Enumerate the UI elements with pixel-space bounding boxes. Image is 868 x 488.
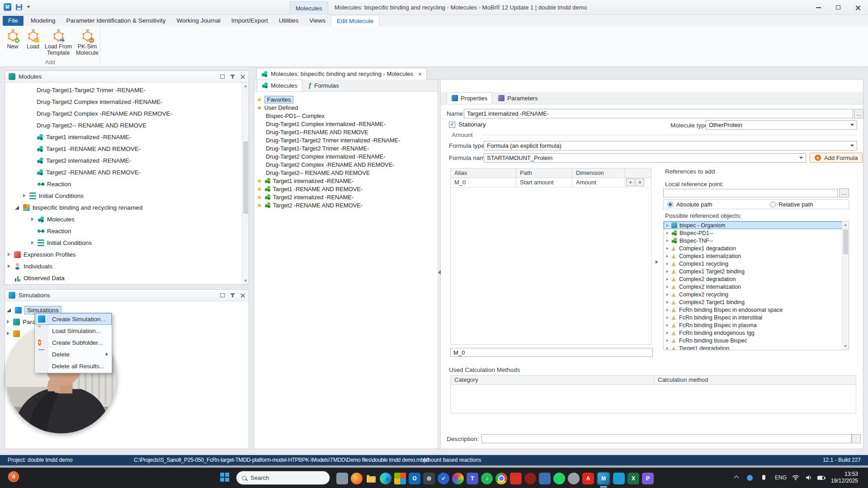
scroll-up-icon[interactable] <box>244 85 247 87</box>
ref-tree-item[interactable]: FcRn binding Bispec in endosomal space <box>664 306 849 314</box>
list-item-favorite-molecule[interactable]: ★Target2 internalized -RENAME- <box>254 193 438 201</box>
ref-tree-item[interactable]: Complex2 degradation <box>664 275 849 283</box>
taskbar-icon-darkred-app[interactable] <box>524 473 536 484</box>
list-item[interactable]: Drug-Target2 Complex internalized -RENAM… <box>254 152 438 160</box>
scroll-down-icon[interactable] <box>844 345 847 347</box>
expander-expanded-icon[interactable] <box>15 206 19 210</box>
expander-icon[interactable] <box>666 324 669 327</box>
list-item[interactable]: Drug-Target2 Complex -RENAME AND REMOVE- <box>254 160 438 169</box>
expander-icon[interactable] <box>666 239 669 242</box>
list-item[interactable]: Drug-Target1-Target2 Trimer internalized… <box>254 136 438 144</box>
expander-icon[interactable] <box>31 217 34 221</box>
tree-item-molecule[interactable]: Target1 internalized -RENAME- <box>5 131 249 143</box>
tree-item-molecules-folder[interactable]: Molecules <box>5 213 249 225</box>
tree-item-observed-data[interactable]: Observed Data <box>5 272 249 284</box>
expander-icon[interactable] <box>666 224 669 227</box>
list-item[interactable]: Drug-Target2-- RENAME AND REMOVE <box>254 169 438 177</box>
scroll-down-icon[interactable] <box>244 280 247 282</box>
taskbar-icon-mobi-active[interactable]: M <box>597 472 610 485</box>
app-logo-icon[interactable]: M <box>4 3 11 11</box>
taskbar-icon-file-explorer[interactable] <box>365 473 377 484</box>
ref-tree-item[interactable]: Complex1 degradation <box>664 244 849 252</box>
save-icon[interactable] <box>16 4 22 10</box>
taskbar-icon-outlook[interactable]: O <box>409 473 420 484</box>
menu-views[interactable]: Views <box>304 15 331 26</box>
ref-tree-item[interactable]: FcRn binding Bispec in plasma <box>664 321 849 329</box>
tree-item-reaction[interactable]: Reaction <box>5 225 249 237</box>
list-item[interactable]: Bispec-PD1-- Complex <box>254 112 438 120</box>
ref-tree-item[interactable]: Complex1 recycling <box>664 260 849 267</box>
formula-name-select[interactable]: STARTAMOUNT_Protein <box>484 153 806 163</box>
list-item-favorites[interactable]: ★Favorites <box>254 95 438 103</box>
tab-properties[interactable]: Properties <box>447 92 492 104</box>
menu-modeling[interactable]: Modeling <box>25 15 61 26</box>
expander-icon[interactable] <box>8 264 10 268</box>
tree-item-expression-profiles[interactable]: Expression Profiles <box>5 249 249 260</box>
tree-item-reaction[interactable]: Reaction <box>5 178 249 190</box>
menu-delete-all-results[interactable]: Delete all Results... <box>35 360 112 372</box>
alias-value-field[interactable]: M_0 <box>450 348 653 357</box>
taskbar-icon-camera[interactable] <box>423 473 435 484</box>
tab-formulas[interactable]: ƒFormulas <box>303 80 344 91</box>
load-from-template-button[interactable]: OH Load From Template <box>43 28 73 57</box>
ref-tree-item-organism[interactable]: bispec - Organism <box>664 221 849 229</box>
tray-clock[interactable]: 13:53 19/12/2025 <box>829 471 858 484</box>
ref-tree-item[interactable]: FcRn binding Bispec in interstitial <box>664 314 849 321</box>
pin-panel-icon[interactable] <box>232 293 233 297</box>
taskbar-icon-edge[interactable] <box>380 473 392 484</box>
tree-item-molecule[interactable]: Drug-Target2 Complex internalized -RENAM… <box>5 96 249 108</box>
molecule-type-select[interactable]: OtherProtein <box>706 120 857 130</box>
ref-tree-item[interactable]: FcRn binding tissue Bispec <box>664 337 849 344</box>
expander-icon[interactable] <box>666 232 669 235</box>
modules-scrollbar[interactable] <box>242 83 249 284</box>
tab-parameters[interactable]: Parameters <box>493 92 542 104</box>
ref-tree-item[interactable]: Complex1 Target2 binding <box>664 267 849 275</box>
taskbar-icon-window[interactable] <box>336 473 348 484</box>
notification-badge[interactable]: 4 <box>8 471 19 482</box>
ref-tree-item[interactable]: Target1 degradation <box>664 344 849 350</box>
alias-grid-row[interactable]: M_0 Start amount Amount + × <box>451 178 651 188</box>
float-panel-icon[interactable] <box>220 293 225 297</box>
taskbar-icon-teams[interactable]: T <box>467 473 478 484</box>
expander-icon[interactable] <box>666 286 669 288</box>
remove-row-button[interactable]: × <box>636 178 644 186</box>
list-item-favorite-molecule[interactable]: ★Target1 internalized -RENAME- <box>254 177 438 185</box>
pksim-molecule-button[interactable]: OH PK PK-Sim Molecule <box>74 28 101 57</box>
ref-tree-item[interactable]: Bispec-PD1-- <box>664 229 849 237</box>
ref-tree-item[interactable]: Complex2 internalization <box>664 283 849 291</box>
menu-create-simulation[interactable]: Create Simulation... <box>35 313 112 325</box>
tree-item-module[interactable]: bispecific binding and recycling renamed <box>5 202 249 213</box>
menu-delete[interactable]: Delete <box>35 348 112 360</box>
taskbar-icon-excel[interactable]: X <box>627 473 639 484</box>
expander-icon[interactable] <box>666 270 669 273</box>
minimize-button[interactable] <box>808 0 828 15</box>
tray-language[interactable]: ENG <box>775 474 787 481</box>
menu-import-export[interactable]: Import/Export <box>226 15 274 26</box>
tree-item-molecule[interactable]: Drug-Target1-Target2 Trimer -RENAME- <box>5 84 249 96</box>
float-panel-icon[interactable] <box>220 75 225 79</box>
expander-icon[interactable] <box>666 332 669 334</box>
description-dropdown-button[interactable] <box>852 434 861 443</box>
taskbar-icon-acrobat[interactable]: A <box>582 473 594 484</box>
taskbar-icon-firefox[interactable] <box>351 473 363 484</box>
tree-item-molecule[interactable]: Target2 internalized -RENAME- <box>5 155 249 166</box>
ref-tree-item[interactable]: FcRn binding endogenous Igg <box>664 329 849 337</box>
local-reference-input[interactable] <box>663 189 838 197</box>
list-item-favorite-molecule[interactable]: ★Target2 -RENAME AND REMOVE- <box>254 201 438 209</box>
list-item-user-defined[interactable]: ★User Defined <box>254 103 438 112</box>
expander-icon[interactable] <box>666 316 669 319</box>
close-button[interactable] <box>848 0 868 15</box>
description-input[interactable] <box>481 434 852 443</box>
new-button[interactable]: OH New <box>3 28 23 51</box>
taskbar-icon-gray-app[interactable] <box>568 473 580 484</box>
expander-icon[interactable] <box>7 332 9 335</box>
relative-path-radio-label[interactable]: Relative path <box>779 201 813 208</box>
tray-wifi-icon[interactable] <box>792 474 799 482</box>
expander-icon[interactable] <box>666 301 669 304</box>
list-item[interactable]: Drug-Target1--RENAME AND REMOVE <box>254 128 438 136</box>
expander-icon[interactable] <box>666 347 669 350</box>
taskbar-icon-photos[interactable] <box>452 473 464 484</box>
taskbar-search[interactable]: Search <box>236 471 330 485</box>
close-panel-icon[interactable] <box>241 75 245 79</box>
scrollbar-thumb[interactable] <box>243 141 248 214</box>
